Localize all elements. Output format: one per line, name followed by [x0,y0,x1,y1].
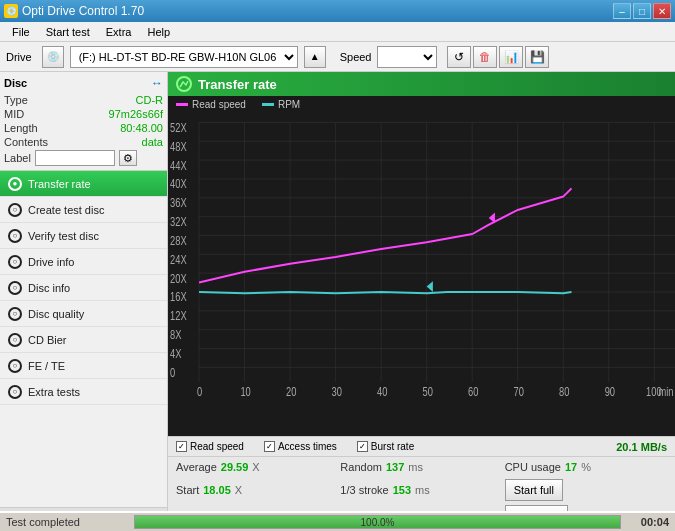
nav-extra-tests[interactable]: ○ Extra tests [0,379,167,405]
window-controls: – □ ✕ [613,3,671,19]
nav-label-disc-quality: Disc quality [28,308,84,320]
nav-disc-info[interactable]: ○ Disc info [0,275,167,301]
disc-header-label: Disc [4,77,27,89]
checkbox-access-times[interactable]: ✓ Access times [264,441,337,452]
stat-cpu: CPU usage 17 % [505,461,667,473]
stat-start-full-cell: Start full [505,479,667,501]
drive-icon-button[interactable]: 💿 [42,46,64,68]
nav-label-cd-bier: CD Bier [28,334,67,346]
disc-mid-value: 97m26s66f [109,108,163,120]
checkbox-burst-rate[interactable]: ✓ Burst rate [357,441,414,452]
nav-create-test-disc[interactable]: ○ Create test disc [0,197,167,223]
save-button[interactable]: 💾 [525,46,549,68]
maximize-button[interactable]: □ [633,3,651,19]
menu-extra[interactable]: Extra [98,24,140,40]
status-bar: Test completed 100.0% 00:04 [0,511,675,531]
svg-text:30: 30 [331,384,341,397]
svg-text:10: 10 [240,384,250,397]
nav-transfer-rate[interactable]: ● Transfer rate [0,171,167,197]
stat-average-label: Average [176,461,217,473]
nav-icon-extra-tests: ○ [8,385,22,399]
menu-file[interactable]: File [4,24,38,40]
stat-random-unit: ms [408,461,423,473]
chart-title: Transfer rate [198,77,277,92]
burst-value: 20.1 MB/s [616,441,667,453]
svg-text:0: 0 [197,384,202,397]
stat-average: Average 29.59 X [176,461,338,473]
start-full-button[interactable]: Start full [505,479,563,501]
checkbox-read-speed[interactable]: ✓ Read speed [176,441,244,452]
close-button[interactable]: ✕ [653,3,671,19]
stat-stroke1-unit: ms [415,484,430,496]
stat-cpu-value: 17 [565,461,577,473]
graph-button[interactable]: 📊 [499,46,523,68]
disc-label-input[interactable] [35,150,115,166]
cb-burst-rate[interactable]: ✓ [357,441,368,452]
menu-bar: File Start test Extra Help [0,22,675,42]
cb-read-speed[interactable]: ✓ [176,441,187,452]
menu-help[interactable]: Help [139,24,178,40]
svg-text:32X: 32X [170,215,187,228]
chart-icon [176,76,192,92]
minimize-button[interactable]: – [613,3,631,19]
cb-read-speed-label: Read speed [190,441,244,452]
nav-cd-bier[interactable]: ○ CD Bier [0,327,167,353]
svg-text:90: 90 [605,384,615,397]
disc-mid-label: MID [4,108,24,120]
stat-stroke1-value: 153 [393,484,411,496]
legend-read-speed: Read speed [176,99,246,110]
speed-label: Speed [340,51,372,63]
svg-text:20: 20 [286,384,296,397]
stat-stroke1: 1/3 stroke 153 ms [340,479,502,501]
svg-text:12X: 12X [170,309,187,322]
right-panel: Transfer rate Read speed RPM 52X 48X 44X… [168,72,675,531]
legend-rpm: RPM [262,99,300,110]
disc-arrow-icon[interactable]: ↔ [151,76,163,90]
chart-legend: Read speed RPM [168,96,675,113]
disc-length-value: 80:48.00 [120,122,163,134]
cb-access-times[interactable]: ✓ [264,441,275,452]
cb-access-times-label: Access times [278,441,337,452]
stat-start-unit: X [235,484,242,496]
svg-marker-51 [489,213,495,224]
menu-start-test[interactable]: Start test [38,24,98,40]
eject-button[interactable]: ▲ [304,46,326,68]
svg-text:40X: 40X [170,177,187,190]
nav-label-verify-test-disc: Verify test disc [28,230,99,242]
svg-text:80: 80 [559,384,569,397]
stat-random-label: Random [340,461,382,473]
stats-row-2: Start 18.05 X 1/3 stroke 153 ms Start fu… [168,477,675,503]
stat-random-value: 137 [386,461,404,473]
cb-burst-rate-label: Burst rate [371,441,414,452]
disc-contents-label: Contents [4,136,48,148]
svg-text:20X: 20X [170,271,187,284]
disc-label-btn[interactable]: ⚙ [119,150,137,166]
svg-text:0: 0 [170,366,175,379]
stat-stroke1-label: 1/3 stroke [340,484,388,496]
svg-text:16X: 16X [170,290,187,303]
nav-drive-info[interactable]: ○ Drive info [0,249,167,275]
svg-marker-52 [427,281,433,292]
drive-select[interactable]: (F:) HL-DT-ST BD-RE GBW-H10N GL06 [70,46,298,68]
stat-average-unit: X [252,461,259,473]
nav-icon-drive-info: ○ [8,255,22,269]
refresh-button[interactable]: ↺ [447,46,471,68]
nav-label-fe-te: FE / TE [28,360,65,372]
disc-label-label: Label [4,152,31,164]
nav-label-transfer-rate: Transfer rate [28,178,91,190]
disc-type-value: CD-R [136,94,164,106]
nav-verify-test-disc[interactable]: ○ Verify test disc [0,223,167,249]
svg-text:48X: 48X [170,139,187,152]
drive-bar: Drive 💿 (F:) HL-DT-ST BD-RE GBW-H10N GL0… [0,42,675,72]
nav-disc-quality[interactable]: ○ Disc quality [0,301,167,327]
legend-read-speed-label: Read speed [192,99,246,110]
legend-read-speed-color [176,103,188,106]
clear-button[interactable]: 🗑 [473,46,497,68]
toolbar-icons: ↺ 🗑 📊 💾 [447,46,549,68]
legend-rpm-label: RPM [278,99,300,110]
nav-fe-te[interactable]: ○ FE / TE [0,353,167,379]
speed-select[interactable] [377,46,437,68]
svg-text:50: 50 [423,384,433,397]
disc-length-label: Length [4,122,38,134]
nav-icon-disc-quality: ○ [8,307,22,321]
